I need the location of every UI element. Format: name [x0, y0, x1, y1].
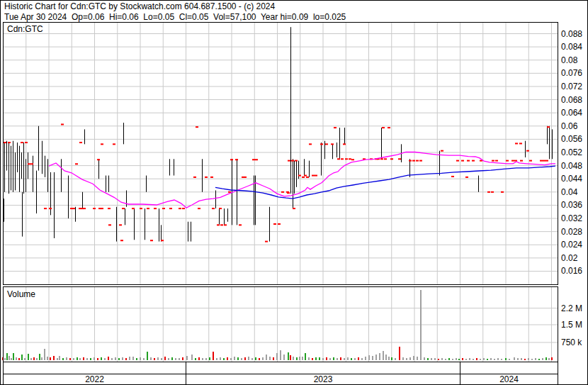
close-tick	[467, 160, 470, 162]
close-tick	[150, 240, 153, 241]
close-tick	[182, 208, 185, 209]
volume-bar	[441, 358, 443, 360]
close-tick	[547, 126, 550, 128]
volume-bar	[94, 357, 95, 360]
volume-bar	[154, 358, 155, 360]
volume-bar	[480, 359, 481, 360]
close-tick	[302, 177, 305, 178]
volume-bar	[337, 358, 338, 360]
volume-bar	[452, 359, 453, 360]
volume-bar	[234, 357, 235, 360]
close-tick	[315, 175, 317, 177]
price-axis-label: 0.016	[561, 266, 582, 276]
close-tick	[487, 191, 490, 193]
volume-bar	[548, 358, 550, 360]
close-tick	[97, 159, 100, 160]
volume-bar	[266, 355, 267, 360]
volume-bar	[39, 354, 40, 360]
close-ticks	[4, 123, 550, 242]
volume-bar	[157, 357, 159, 360]
close-tick	[495, 160, 498, 162]
close-tick	[228, 191, 231, 193]
volume-bar	[361, 358, 363, 360]
volume-bar	[319, 357, 320, 360]
volume-bar	[273, 357, 274, 360]
price-axis-label: 0.056	[561, 134, 582, 144]
volume-bar	[241, 358, 242, 360]
price-axis-label: 0.04	[561, 187, 578, 197]
volume-bar	[97, 358, 98, 360]
close-tick	[515, 143, 518, 144]
volume-bar	[244, 357, 246, 360]
volume-bar	[509, 359, 510, 360]
price-axis-label: 0.036	[561, 200, 582, 210]
volume-bar	[505, 358, 507, 360]
volume-bar	[391, 357, 392, 360]
volume-bar	[122, 357, 123, 360]
volume-bar	[262, 357, 264, 360]
price-axis-label: 0.028	[561, 227, 582, 237]
close-tick	[345, 158, 348, 160]
volume-bar	[340, 357, 341, 360]
gridlines	[4, 23, 558, 362]
volume-bar	[333, 357, 334, 360]
volume-bar	[269, 357, 271, 360]
close-tick	[224, 224, 227, 225]
close-tick	[93, 208, 96, 209]
price-axis-label: 0.052	[561, 147, 582, 157]
volume-bar	[354, 358, 356, 360]
year-label: 2024	[499, 374, 519, 384]
volume-bar	[365, 357, 366, 360]
close-tick	[306, 177, 309, 178]
volume-bar	[150, 357, 152, 360]
volume-bar	[445, 359, 446, 360]
volume-bar	[358, 357, 359, 360]
volume-bar	[399, 347, 400, 360]
close-tick	[388, 127, 390, 128]
close-tick	[108, 208, 111, 209]
close-tick	[465, 177, 468, 178]
volume-bar	[551, 357, 553, 360]
close-tick	[255, 159, 258, 160]
close-tick	[119, 224, 122, 225]
volume-bar	[248, 357, 249, 360]
volume-bar	[6, 353, 8, 360]
volume-bar	[104, 358, 106, 360]
volume-bar	[494, 359, 495, 360]
volume-bar	[62, 358, 64, 360]
close-tick	[472, 160, 475, 162]
close-tick	[293, 208, 295, 209]
volume-bar	[293, 357, 294, 360]
volume-bar	[129, 357, 130, 360]
close-tick	[30, 163, 33, 164]
volume-bar	[179, 358, 180, 360]
close-tick	[288, 160, 290, 162]
close-tick	[343, 143, 346, 145]
close-tick	[543, 160, 545, 162]
volume-bar	[497, 358, 499, 360]
chart-canvas: 0.0880.0840.080.0760.0720.0680.0640.060.…	[1, 1, 588, 385]
volume-bar	[326, 357, 327, 360]
volume-bar	[402, 357, 404, 360]
volume-bar	[59, 356, 60, 360]
close-tick	[419, 160, 422, 162]
volume-bar	[195, 358, 196, 360]
close-tick	[83, 208, 86, 209]
volume-bar	[383, 351, 384, 360]
close-tick	[384, 158, 387, 160]
close-tick	[526, 150, 529, 152]
volume-bar	[427, 358, 429, 360]
volume-bar	[517, 358, 519, 360]
volume-bar	[115, 357, 116, 360]
volume-bar	[168, 358, 169, 360]
close-tick	[409, 160, 412, 162]
volume-bar	[280, 350, 281, 360]
close-tick	[382, 127, 385, 128]
close-tick	[545, 160, 548, 162]
volume-bar	[30, 358, 32, 360]
volume-axis-label: 750 k	[561, 337, 582, 347]
close-tick	[8, 142, 11, 143]
close-tick	[456, 160, 459, 162]
volume-bar	[50, 357, 51, 360]
volume-bar	[406, 358, 407, 360]
